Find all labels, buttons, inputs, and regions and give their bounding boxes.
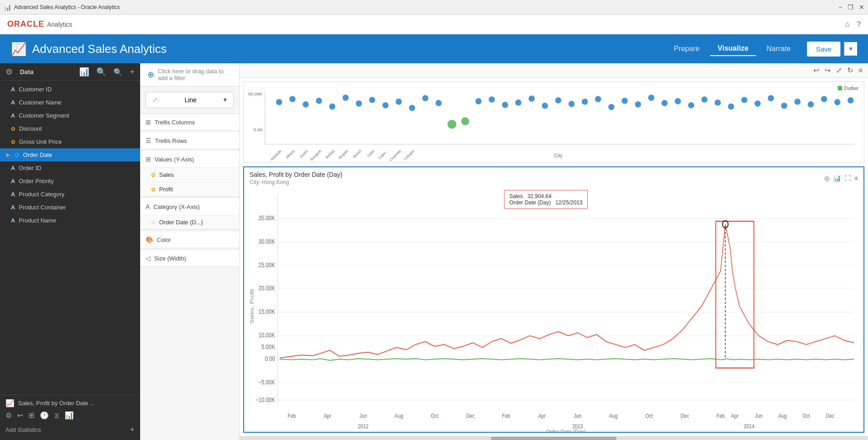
- data-field-order-date[interactable]: ▶ ⊙ Order Date: [0, 148, 140, 161]
- bottom-chart-title: Sales, Profit by Order Date (Day): [250, 171, 342, 178]
- data-field-discount[interactable]: ✿ Discount: [0, 122, 140, 135]
- viz-tab-icon[interactable]: 📊: [79, 67, 89, 77]
- field-label: Customer ID: [19, 86, 52, 93]
- svg-text:Aug: Aug: [778, 412, 787, 419]
- trellis-rows-icon: ☰: [146, 137, 151, 144]
- undo-icon[interactable]: ↩: [813, 66, 819, 75]
- outlier-dot: [838, 86, 842, 90]
- values-field-sales[interactable]: ✿ Sales: [140, 167, 239, 182]
- field-type-icon-a: A: [11, 204, 15, 211]
- horizontal-scrollbar[interactable]: [240, 436, 868, 440]
- expand-icon[interactable]: ⛶: [844, 175, 851, 182]
- svg-point-35: [675, 98, 681, 104]
- chart-type-selector: ⟋ Line ▼: [140, 86, 239, 114]
- svg-text:City: City: [554, 153, 563, 158]
- viz-title[interactable]: 📈 Sales, Profit by Order Date ...: [5, 399, 135, 407]
- svg-text:35.00K: 35.00K: [259, 214, 275, 222]
- viz-grid-icon[interactable]: ⊞: [28, 411, 34, 420]
- svg-point-28: [582, 99, 588, 105]
- data-tab-icon[interactable]: ⚙: [5, 67, 13, 77]
- scrollbar-thumb[interactable]: [491, 437, 617, 440]
- top-chart: Outlier 50.00K 0.00 City: [243, 81, 864, 163]
- visualize-nav-button[interactable]: Visualize: [710, 42, 755, 56]
- svg-text:Belfast: Belfast: [325, 149, 336, 160]
- sidebar: ⚙ Data 📊 🔍 🔍 + A Customer ID A Customer …: [0, 63, 140, 440]
- svg-point-39: [728, 104, 734, 110]
- home-icon[interactable]: ⌂: [845, 20, 849, 28]
- help-icon[interactable]: ?: [857, 20, 861, 28]
- values-field-profit[interactable]: ✿ Profit: [140, 182, 239, 196]
- field-label: Product Name: [19, 217, 56, 224]
- category-x-header[interactable]: A Category (X-Axis): [140, 199, 239, 215]
- data-field-customer-id[interactable]: A Customer ID: [0, 83, 140, 96]
- svg-point-21: [489, 96, 495, 103]
- menu-icon[interactable]: ≡: [854, 175, 858, 182]
- svg-text:Charlotte: Charlotte: [389, 149, 402, 162]
- outlier-label: Outlier: [844, 85, 859, 91]
- sales-field-label: Sales: [159, 171, 174, 178]
- viz-settings-icon[interactable]: ⚙: [5, 411, 12, 420]
- data-field-customer-segment[interactable]: A Customer Segment: [0, 109, 140, 122]
- viz-title-label: Sales, Profit by Order Date ...: [18, 400, 95, 407]
- data-field-order-priority[interactable]: A Order Priority: [0, 175, 140, 188]
- share-icon[interactable]: ⤢: [836, 66, 842, 75]
- svg-text:5.00K: 5.00K: [261, 343, 275, 350]
- data-field-customer-name[interactable]: A Customer Name: [0, 96, 140, 109]
- svg-text:Cairo: Cairo: [367, 149, 376, 158]
- field-type-icon-a: A: [11, 191, 15, 198]
- bar-chart-icon[interactable]: 📊: [833, 175, 841, 182]
- search-icon[interactable]: 🔍: [113, 68, 123, 76]
- field-type-icon-a: A: [11, 112, 15, 119]
- svg-text:0.00: 0.00: [254, 127, 263, 132]
- size-label: Size (Width): [154, 255, 234, 262]
- refresh-icon[interactable]: ↻: [847, 66, 853, 75]
- field-label: Order Date: [23, 151, 52, 158]
- chart-type-dropdown[interactable]: ⟋ Line ▼: [146, 92, 234, 108]
- data-field-product-name[interactable]: A Product Name: [0, 214, 140, 227]
- svg-text:Bogota: Bogota: [338, 149, 349, 160]
- save-button[interactable]: Save: [807, 42, 840, 57]
- prepare-nav-button[interactable]: Prepare: [666, 42, 707, 56]
- svg-point-17: [435, 100, 442, 106]
- minimize-button[interactable]: −: [839, 4, 842, 11]
- svg-text:Bangkok: Bangkok: [310, 149, 322, 161]
- viz-filter-icon[interactable]: ↩: [17, 411, 23, 420]
- maximize-button[interactable]: ❐: [848, 4, 854, 11]
- values-y-header[interactable]: ⊞ Values (Y-Axis): [140, 151, 239, 167]
- svg-point-38: [715, 99, 721, 106]
- viz-clock-icon[interactable]: 🕐: [40, 411, 49, 420]
- trellis-rows-header[interactable]: ☰ Trellis Rows: [140, 132, 239, 149]
- color-header[interactable]: 🎨 Color: [140, 232, 239, 248]
- viz-bar-icon[interactable]: 📊: [65, 411, 74, 420]
- filter-bar[interactable]: ⊕ Click here or drag data to add a filte…: [140, 63, 239, 86]
- menu-icon[interactable]: ≡: [859, 66, 863, 75]
- svg-point-20: [476, 98, 482, 104]
- analytics-tab-icon[interactable]: 🔍: [96, 67, 106, 77]
- profit-field-icon: ✿: [151, 186, 156, 193]
- data-field-product-category[interactable]: A Product Category: [0, 188, 140, 201]
- data-field-order-id[interactable]: A Order ID: [0, 161, 140, 175]
- close-button[interactable]: ✕: [859, 4, 864, 11]
- save-dropdown-button[interactable]: ▼: [844, 42, 857, 56]
- narrate-nav-button[interactable]: Narrate: [760, 42, 798, 56]
- field-label: Customer Segment: [19, 112, 69, 119]
- size-icon: ◁: [146, 255, 151, 262]
- values-y-icon: ⊞: [146, 156, 151, 163]
- title-bar-controls: − ❐ ✕: [839, 4, 864, 11]
- svg-text:Oct: Oct: [802, 412, 810, 419]
- size-section: ◁ Size (Width): [140, 250, 239, 267]
- viz-funnel-icon[interactable]: ⧖: [54, 412, 59, 420]
- category-field-order-date[interactable]: ⊙ Order Date (D...): [140, 215, 239, 229]
- data-field-product-container[interactable]: A Product Container: [0, 201, 140, 214]
- svg-point-24: [528, 95, 535, 102]
- add-statistics-plus-icon[interactable]: +: [130, 425, 135, 435]
- size-header[interactable]: ◁ Size (Width): [140, 250, 239, 266]
- svg-text:25.00K: 25.00K: [259, 261, 275, 268]
- add-data-icon[interactable]: +: [130, 67, 135, 77]
- data-field-gross-unit-price[interactable]: ✿ Gross Unit Price: [0, 135, 140, 148]
- redo-icon[interactable]: ↪: [825, 66, 830, 75]
- target-icon[interactable]: ◎: [824, 175, 830, 182]
- svg-point-27: [568, 101, 575, 107]
- svg-point-6: [289, 96, 296, 102]
- trellis-columns-header[interactable]: ⊞ Trellis Columns: [140, 114, 239, 130]
